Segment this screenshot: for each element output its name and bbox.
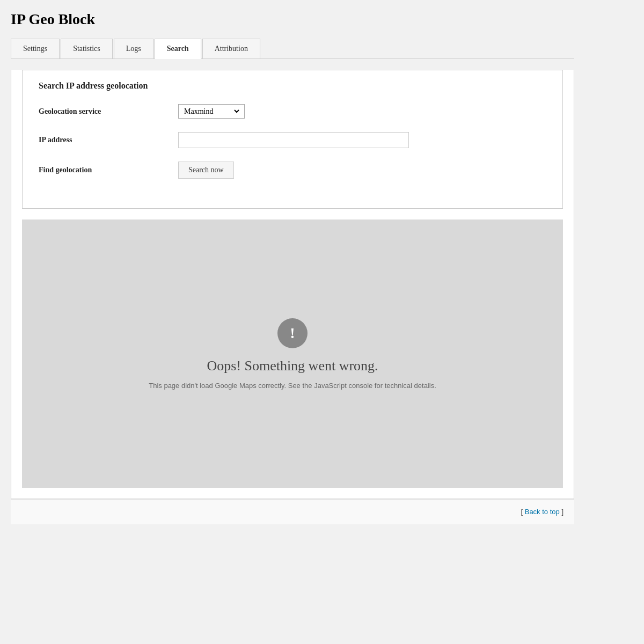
content-area: Search IP address geolocation Geolocatio…: [11, 70, 574, 499]
ip-address-control: [178, 132, 546, 148]
error-exclamation-icon: !: [290, 326, 295, 341]
page-title: IP Geo Block: [11, 11, 574, 28]
search-now-button[interactable]: Search now: [178, 162, 234, 179]
tab-logs[interactable]: Logs: [114, 39, 153, 58]
find-geolocation-row: Find geolocation Search now: [39, 162, 546, 179]
search-ip-section: Search IP address geolocation Geolocatio…: [22, 70, 563, 209]
tab-statistics[interactable]: Statistics: [61, 39, 113, 58]
ip-address-input[interactable]: [178, 132, 409, 148]
map-error-title: Oops! Something went wrong.: [207, 358, 378, 374]
footer-bracket-left: [: [521, 508, 524, 516]
ip-address-label: IP address: [39, 136, 178, 144]
search-section-title: Search IP address geolocation: [39, 81, 546, 91]
geolocation-service-row: Geolocation service Maxmind ipinfo.io ip…: [39, 104, 546, 119]
map-error-description: This page didn't load Google Maps correc…: [149, 382, 436, 390]
tab-attribution[interactable]: Attribution: [202, 39, 260, 58]
map-error-area: ! Oops! Something went wrong. This page …: [22, 219, 563, 488]
back-to-top-link[interactable]: Back to top: [525, 508, 560, 516]
tab-search[interactable]: Search: [155, 39, 201, 59]
tabs-bar: Settings Statistics Logs Search Attribut…: [11, 39, 574, 59]
error-icon-circle: !: [277, 318, 308, 348]
geolocation-service-select[interactable]: Maxmind ipinfo.io ip-api.com ipdata.co: [182, 107, 241, 116]
footer-bracket-right: ]: [560, 508, 564, 516]
geolocation-service-label: Geolocation service: [39, 107, 178, 116]
geolocation-select-wrapper[interactable]: Maxmind ipinfo.io ip-api.com ipdata.co: [178, 104, 245, 119]
ip-address-row: IP address: [39, 132, 546, 148]
geolocation-service-control: Maxmind ipinfo.io ip-api.com ipdata.co: [178, 104, 546, 119]
find-geolocation-control: Search now: [178, 162, 546, 179]
tab-settings[interactable]: Settings: [11, 39, 60, 58]
find-geolocation-label: Find geolocation: [39, 166, 178, 174]
footer: [ Back to top ]: [11, 499, 574, 524]
